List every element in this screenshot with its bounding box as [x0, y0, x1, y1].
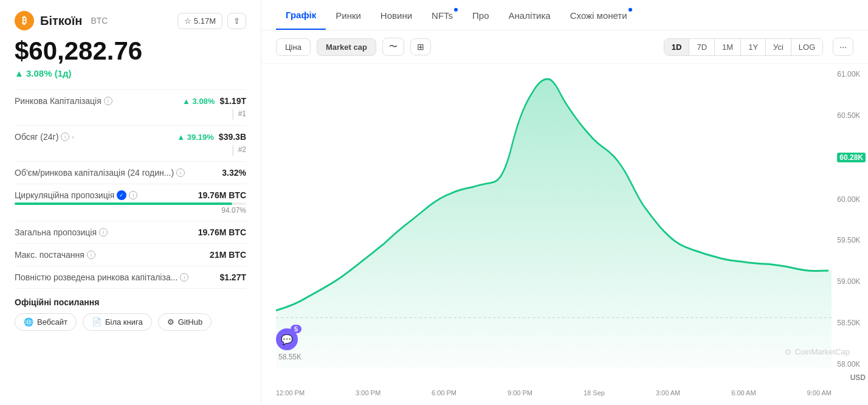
- y-label-5: 59.00K: [837, 277, 866, 286]
- vol-market-cap-value: 3.32%: [222, 168, 246, 178]
- more-options-button[interactable]: ···: [833, 38, 853, 56]
- y-axis: 61.00K 60.50K 60.28K 60.00K 59.50K 59.00…: [837, 70, 866, 369]
- fully-diluted-info-icon[interactable]: i: [180, 273, 188, 282]
- price-change: ▲ 3.08% (1д): [15, 68, 246, 78]
- github-link[interactable]: ⚙ GitHub: [158, 313, 212, 331]
- similar-dot: [629, 8, 632, 12]
- market-cap-type-button[interactable]: Market cap: [317, 38, 376, 56]
- tab-pro[interactable]: Про: [463, 1, 498, 29]
- tab-novyny[interactable]: Новини: [371, 1, 422, 29]
- volume-row: Обсяг (24г) i › ▲ 39.19% $39.3B | #2: [15, 125, 246, 161]
- total-supply-label: Загальна пропозиція: [15, 227, 97, 237]
- time-7d-button[interactable]: 7D: [689, 39, 715, 55]
- market-cap-info-icon[interactable]: i: [104, 97, 112, 105]
- vol-market-cap-row: Об'єм/ринкова капіталізація (24 годин...…: [15, 161, 246, 184]
- candle-chart-icon-button[interactable]: ⊞: [410, 38, 431, 55]
- website-link[interactable]: 🌐 Вебсайт: [15, 313, 77, 331]
- market-cap-rank: #1: [238, 109, 246, 118]
- market-cap-row: Ринкова Капіталізація i ▲ 3.08% $1.19T |…: [15, 89, 246, 125]
- max-supply-info-icon[interactable]: i: [87, 251, 95, 259]
- cmc-watermark-text: CoinMarketCap: [795, 347, 850, 356]
- github-label: GitHub: [178, 317, 202, 327]
- tab-analityka[interactable]: Аналітика: [499, 1, 560, 29]
- tab-nav: Графік Ринки Новини NFTs Про Аналітика С…: [261, 0, 868, 30]
- tab-nfts[interactable]: NFTs: [422, 1, 463, 29]
- coin-header: ₿ Біткоїн BTC ☆ 5.17M ⇧: [15, 11, 246, 30]
- star-icon: ☆: [184, 16, 191, 26]
- vol-market-cap-info-icon[interactable]: i: [176, 168, 185, 177]
- y-label-current: 60.28K: [837, 153, 866, 162]
- fully-diluted-value: $1.27T: [219, 272, 246, 282]
- total-supply-row: Загальна пропозиція i 19.76M BTC: [15, 221, 246, 243]
- volume-value: $39.3B: [219, 132, 246, 142]
- time-all-button[interactable]: Усі: [766, 39, 791, 55]
- document-icon: 📄: [92, 317, 102, 327]
- chart-area: 61.00K 60.50K 60.28K 60.00K 59.50K 59.00…: [261, 64, 868, 405]
- globe-icon: 🌐: [24, 317, 33, 327]
- time-range-group: 1D 7D 1M 1Y Усі LOG: [664, 38, 823, 56]
- x-axis: 12:00 PM 3:00 PM 6:00 PM 9:00 PM 18 Sep …: [276, 389, 832, 396]
- x-label-2: 3:00 PM: [356, 389, 381, 396]
- time-1d-button[interactable]: 1D: [664, 39, 690, 55]
- left-panel: ₿ Біткоїн BTC ☆ 5.17M ⇧ $60,282.76 ▲ 3.0…: [0, 0, 261, 405]
- circulating-row: Циркуляційна пропозиція ✓ i 19.76M BTC 9…: [15, 184, 246, 221]
- start-price-label: 58.55K: [278, 353, 301, 361]
- official-links-title: Офіційні посилання: [15, 297, 246, 307]
- whitepaper-link[interactable]: 📄 Біла книга: [83, 313, 152, 331]
- circulating-label: Циркуляційна пропозиція: [15, 190, 114, 200]
- x-label-8: 9:00 AM: [807, 389, 832, 396]
- circulating-progress-bar: [15, 202, 232, 205]
- verified-icon: ✓: [117, 190, 126, 200]
- links-row: 🌐 Вебсайт 📄 Біла книга ⚙ GitHub: [15, 313, 246, 331]
- volume-info-icon[interactable]: i: [61, 133, 69, 141]
- total-supply-value: 19.76M BTC: [198, 227, 246, 237]
- chart-controls: Ціна Market cap 〜 ⊞ 1D 7D 1M 1Y Усі LOG …: [261, 30, 868, 64]
- coin-price: $60,282.76: [15, 36, 246, 66]
- y-label-6: 58.50K: [837, 319, 866, 327]
- volume-change: ▲ 39.19%: [177, 133, 214, 142]
- y-label-3: 60.00K: [837, 195, 866, 204]
- x-label-4: 9:00 PM: [508, 389, 532, 396]
- y-label-7: 58.00K: [837, 360, 866, 369]
- coin-actions: ☆ 5.17M ⇧: [177, 13, 246, 29]
- tab-rynky[interactable]: Ринки: [326, 1, 371, 29]
- x-label-1: 12:00 PM: [276, 389, 305, 396]
- circulating-pct: 94.07%: [15, 206, 246, 215]
- market-cap-label: Ринкова Капіталізація: [15, 96, 102, 106]
- circulating-info-icon[interactable]: i: [129, 191, 137, 199]
- circulating-value: 19.76M BTC: [198, 190, 246, 200]
- bitcoin-icon: ₿: [15, 11, 34, 30]
- tab-similar[interactable]: Схожі монети: [560, 1, 637, 29]
- y-label-1: 61.00K: [837, 70, 866, 78]
- whitepaper-label: Біла книга: [105, 317, 143, 327]
- line-chart-icon-button[interactable]: 〜: [382, 38, 404, 56]
- total-supply-info-icon[interactable]: i: [99, 228, 108, 237]
- time-1m-button[interactable]: 1M: [715, 39, 741, 55]
- volume-label: Обсяг (24г): [15, 132, 58, 142]
- coin-name: Біткоїн: [40, 14, 82, 28]
- price-type-button[interactable]: Ціна: [276, 38, 311, 56]
- time-log-button[interactable]: LOG: [791, 39, 822, 55]
- y-label-4: 59.50K: [837, 236, 866, 244]
- max-supply-label: Макс. постачання: [15, 250, 84, 260]
- share-icon: ⇧: [233, 16, 240, 26]
- coin-symbol: BTC: [91, 16, 108, 26]
- volume-chevron-icon[interactable]: ›: [72, 133, 74, 140]
- max-supply-row: Макс. постачання i 21M BTC: [15, 243, 246, 266]
- x-label-7: 6:00 AM: [731, 389, 756, 396]
- usd-label: USD: [850, 373, 866, 382]
- watermark: ⊙ CoinMarketCap: [785, 347, 850, 356]
- x-label-5: 18 Sep: [584, 389, 605, 396]
- x-label-3: 6:00 PM: [432, 389, 456, 396]
- share-button[interactable]: ⇧: [227, 13, 246, 29]
- price-chart: [276, 64, 832, 369]
- vol-market-cap-label: Об'єм/ринкова капіталізація (24 годин...…: [15, 168, 174, 178]
- x-label-6: 3:00 AM: [656, 389, 680, 396]
- fully-diluted-row: Повністю розведена ринкова капіталіза...…: [15, 266, 246, 289]
- fully-diluted-label: Повністю розведена ринкова капіталіза...: [15, 272, 177, 282]
- market-cap-value: $1.19T: [219, 96, 246, 106]
- tab-grafik[interactable]: Графік: [276, 0, 326, 30]
- time-1y-button[interactable]: 1Y: [741, 39, 766, 55]
- watchlist-button[interactable]: ☆ 5.17M: [177, 13, 222, 29]
- watchlist-count: 5.17M: [194, 16, 216, 26]
